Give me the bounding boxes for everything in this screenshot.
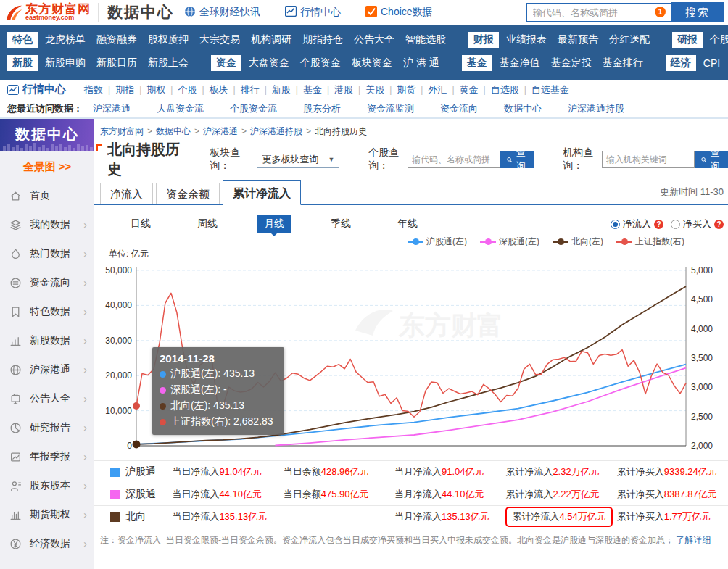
chart-area[interactable]: 东方财富010,00020,00030,00040,00050,0002,000… <box>94 262 728 457</box>
nav-link[interactable]: 板块资金 <box>352 57 392 70</box>
recent-item[interactable]: 大盘资金流 <box>157 103 204 114</box>
sidebar-overview-link[interactable]: 全景图 >> <box>0 151 94 181</box>
nav-link[interactable]: 大宗交易 <box>199 33 240 46</box>
radio-净买入[interactable]: 净买入? <box>671 217 724 230</box>
help-icon[interactable]: ? <box>654 220 663 229</box>
org-query-button[interactable]: 查询 <box>695 151 728 168</box>
breadcrumb-link[interactable]: 沪深港通持股 <box>250 126 302 136</box>
nav-link[interactable]: 个股资金 <box>300 57 341 70</box>
subnav-item[interactable]: 期货 <box>397 84 415 95</box>
radio-净流入[interactable]: 净流入? <box>611 217 663 230</box>
nav-badge-特色[interactable]: 特色 <box>7 32 38 48</box>
legend-item-深股通(左)[interactable]: 深股通(左) <box>480 236 539 248</box>
tab-累计净流入[interactable]: 累计净流入 <box>223 180 301 205</box>
recent-item[interactable]: 资金流向 <box>440 103 478 114</box>
eastmoney-logo[interactable]: 东方财富网 eastmoney.com <box>4 3 99 22</box>
subnav-item[interactable]: 港股 <box>334 84 353 95</box>
nav-badge-研报[interactable]: 研报 <box>672 32 703 48</box>
sidebar-item-年报季报[interactable]: 年报季报› <box>0 442 94 471</box>
nav-link[interactable]: 新股日历 <box>96 57 137 70</box>
nav-link[interactable]: 新股上会 <box>148 57 189 70</box>
sidebar-item-股东股本[interactable]: 股东股本› <box>0 471 94 500</box>
subnav-item[interactable]: 自选基金 <box>531 84 569 95</box>
period-tab-月线[interactable]: 月线 <box>257 215 291 233</box>
period-tab-季线[interactable]: 季线 <box>323 215 358 233</box>
sidebar-item-热门数据[interactable]: 热门数据› <box>0 239 94 268</box>
breadcrumb-link[interactable]: 东方财富网 <box>100 126 144 136</box>
notification-badge[interactable]: 1 <box>655 7 666 17</box>
stock-query-button[interactable]: 查询 <box>500 151 534 168</box>
subnav-item[interactable]: 美股 <box>365 84 384 95</box>
subnav-item[interactable]: 基金 <box>303 84 322 95</box>
recent-item[interactable]: 沪深港通持股 <box>568 103 624 114</box>
recent-item[interactable]: 资金流监测 <box>367 103 414 114</box>
nav-link[interactable]: 大盘资金 <box>249 57 289 70</box>
subnav-item[interactable]: 自选股 <box>491 84 519 95</box>
subnav-item[interactable]: 排行 <box>241 84 260 95</box>
period-tab-周线[interactable]: 周线 <box>190 215 225 233</box>
sidebar-item-公告大全[interactable]: 公告大全› <box>0 384 94 413</box>
sidebar-item-研究报告[interactable]: 研究报告› <box>0 413 94 442</box>
nav-link[interactable]: 股权质押 <box>148 33 189 46</box>
topbar-link-1[interactable]: 全球财经快讯 <box>184 6 260 20</box>
tab-资金余额[interactable]: 资金余额 <box>156 183 220 204</box>
nav-link[interactable]: 智能选股 <box>405 33 446 46</box>
subnav-item[interactable]: 期权 <box>146 84 165 95</box>
nav-link[interactable]: 基金净值 <box>500 57 540 70</box>
nav-link[interactable]: 融资融券 <box>96 33 137 46</box>
search-input[interactable] <box>526 3 671 22</box>
sidebar-item-经济数据[interactable]: 经济数据› <box>0 529 94 558</box>
nav-link[interactable]: 业绩报表 <box>506 33 547 46</box>
subnav-item[interactable]: 个股 <box>178 84 197 95</box>
legend-item-沪股通(左)[interactable]: 沪股通(左) <box>408 236 467 248</box>
nav-badge-基金[interactable]: 基金 <box>462 55 492 71</box>
sidebar-item-首页[interactable]: 首页 <box>0 181 94 210</box>
help-icon[interactable]: ? <box>714 220 724 229</box>
subnav-item[interactable]: 板块 <box>210 84 228 95</box>
subnav-item[interactable]: 指数 <box>84 84 103 95</box>
nav-badge-经济[interactable]: 经济 <box>666 55 696 71</box>
topbar-link-3[interactable]: Choice数据 <box>365 6 433 20</box>
nav-link[interactable]: 个股研报 <box>710 33 728 46</box>
sidebar-item-我的数据[interactable]: 我的数据› <box>0 210 94 239</box>
nav-link[interactable]: 基金排行 <box>603 57 643 70</box>
subnav-item[interactable]: 新股 <box>272 84 291 95</box>
nav-link[interactable]: 公告大全 <box>354 33 394 46</box>
sidebar-item-沪深港通[interactable]: 沪深港通› <box>0 355 94 384</box>
nav-link[interactable]: 机构调研 <box>251 33 291 46</box>
nav-link[interactable]: 新股申购 <box>45 57 86 70</box>
subnav-item[interactable]: 黄金 <box>460 84 479 95</box>
sidebar-item-特色数据[interactable]: 特色数据› <box>0 297 94 326</box>
org-query-input[interactable] <box>602 151 695 168</box>
sidebar-item-资金流向[interactable]: 资金流向› <box>0 268 94 297</box>
nav-link[interactable]: 龙虎榜单 <box>45 33 86 46</box>
stock-query-input[interactable] <box>408 151 500 168</box>
nav-badge-新股[interactable]: 新股 <box>7 55 38 71</box>
recent-item[interactable]: 股东分析 <box>303 103 341 114</box>
nav-link[interactable]: 分红送配 <box>609 33 650 46</box>
sidebar-item-期货期权[interactable]: 期货期权› <box>0 500 94 529</box>
legend-item-上证指数(右)[interactable]: 上证指数(右) <box>616 236 684 248</box>
tab-净流入[interactable]: 净流入 <box>100 183 153 204</box>
search-button[interactable]: 搜索 <box>671 2 724 22</box>
recent-item[interactable]: 数据中心 <box>504 103 542 114</box>
nav-link[interactable]: 期指持仓 <box>302 33 343 46</box>
footnote-detail-link[interactable]: 了解详细 <box>676 535 711 545</box>
recent-item[interactable]: 沪深港通 <box>93 103 131 114</box>
radio-dot[interactable] <box>611 220 620 229</box>
subnav-item[interactable]: 期指 <box>115 84 134 95</box>
nav-badge-财报[interactable]: 财报 <box>468 32 499 48</box>
board-query-select[interactable]: 更多板块查询 ▼ <box>257 151 339 168</box>
topbar-link-2[interactable]: 行情中心 <box>285 6 341 19</box>
period-tab-日线[interactable]: 日线 <box>123 215 158 233</box>
legend-item-北向(左)[interactable]: 北向(左) <box>553 236 603 248</box>
breadcrumb-link[interactable]: 沪深港通 <box>203 126 238 136</box>
period-tab-年线[interactable]: 年线 <box>390 215 425 233</box>
subnav-market-center[interactable]: 行情中心 <box>7 83 75 96</box>
nav-link[interactable]: 基金定投 <box>551 57 592 70</box>
subnav-item[interactable]: 外汇 <box>428 84 447 95</box>
recent-item[interactable]: 个股资金流 <box>230 103 277 114</box>
sidebar-item-新股数据[interactable]: 新股数据› <box>0 326 94 355</box>
radio-dot[interactable] <box>671 220 680 229</box>
nav-link[interactable]: CPI <box>703 57 720 69</box>
